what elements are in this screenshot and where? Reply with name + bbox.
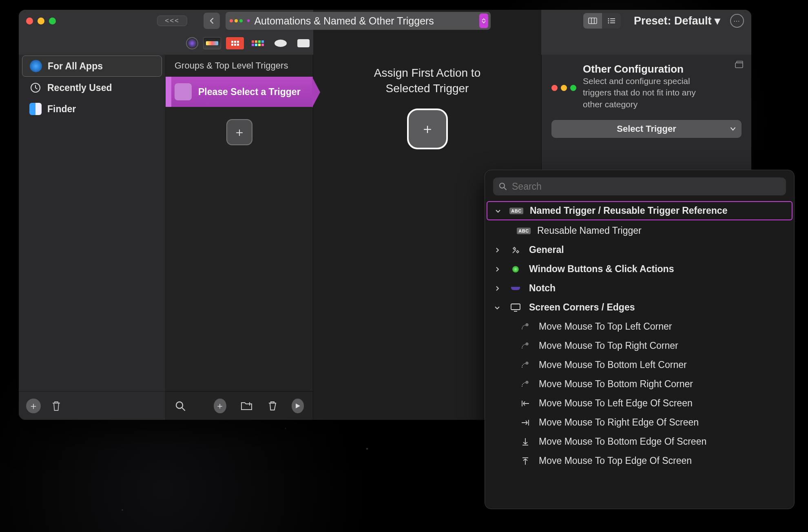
trigger-type-mouse-icon[interactable] [272,37,290,49]
arrow-left-bar-icon [521,400,530,407]
svg-point-3 [608,18,609,19]
trigger-thumb-icon [175,83,192,100]
trash-icon [51,400,62,412]
trigger-type-siri-icon[interactable] [186,37,198,49]
popover-group-label: Screen Corners / Edges [529,302,635,313]
back-button[interactable] [204,13,220,29]
svg-line-31 [504,188,506,190]
window-controls [26,18,56,24]
popover-group[interactable]: ABCNamed Trigger / Reusable Trigger Refe… [487,201,793,220]
popover-item-label: Move Mouse To Bottom Left Corner [539,359,687,370]
preset-selector[interactable]: Preset: Default ▾ [634,14,720,27]
triggers-column: Groups & Top Level Triggers Please Selec… [166,55,313,420]
arrow-up-bar-icon [522,457,529,466]
add-app-button[interactable]: ＋ [26,399,41,413]
sidebar-item-for-all-apps[interactable]: For All Apps [22,55,162,77]
svg-rect-28 [735,63,743,68]
inspector-stack-icon[interactable] [734,60,744,69]
popover-item-label: Move Mouse To Bottom Edge Of Screen [539,436,706,447]
search-icon [499,182,507,191]
popover-item[interactable]: Move Mouse To Top Edge Of Screen [485,451,794,470]
popover-group-label: Notch [529,283,556,294]
abc-badge-icon: ABC [517,228,530,234]
new-folder-button[interactable] [240,401,253,411]
sidebar-item-label: Finder [47,104,76,115]
add-trigger-footer-button[interactable]: ＋ [214,399,226,413]
popover-group-label: Named Trigger / Reusable Trigger Referen… [530,205,727,216]
trigger-type-grid-icon[interactable] [249,37,267,49]
popover-group[interactable]: Screen Corners / Edges [485,298,794,317]
view-columns-button[interactable] [583,13,602,29]
add-action-button[interactable]: ＋ [407,109,448,149]
add-trigger-button[interactable]: ＋ [226,119,252,145]
select-trigger-dropdown[interactable]: Select Trigger [551,120,742,138]
popover-search-input[interactable] [512,181,780,192]
popover-item[interactable]: ✕Move Mouse To Bottom Left Corner [485,355,794,375]
more-menu-button[interactable]: ⋯ [730,14,744,28]
sidebar-item-finder[interactable]: Finder [22,99,162,119]
svg-rect-32 [511,304,520,310]
corner-path-icon: ✕ [520,342,530,350]
finder-icon [29,103,42,115]
popover-item-label: Reusable Named Trigger [537,225,642,236]
popover-group[interactable]: Notch [485,279,794,298]
popover-item[interactable]: Move Mouse To Bottom Edge Of Screen [485,432,794,451]
titlebar: <<< • Automations & Named & Other Trigge… [19,10,751,32]
popover-item-label: Move Mouse To Right Edge Of Screen [539,417,699,428]
popover-item[interactable]: Move Mouse To Left Edge Of Screen [485,394,794,413]
disclosure-icon [492,306,502,310]
popover-item[interactable]: ✕Move Mouse To Bottom Right Corner [485,375,794,394]
trigger-type-streamdeck-icon[interactable] [226,37,244,49]
plus-icon: ＋ [29,399,38,412]
popover-group-label: General [529,244,564,255]
globe-icon [30,60,42,72]
trigger-placeholder-card[interactable]: Please Select a Trigger [166,77,313,107]
popover-item[interactable]: Move Mouse To Right Edge Of Screen [485,413,794,432]
popover-item-label: Move Mouse To Top Right Corner [539,340,678,351]
popover-search-field[interactable] [493,177,786,195]
popover-item[interactable]: ABCReusable Named Trigger [485,221,794,240]
popover-list[interactable]: ABCNamed Trigger / Reusable Trigger Refe… [485,200,794,509]
search-triggers-button[interactable] [175,400,186,412]
popover-item-label: Move Mouse To Top Edge Of Screen [539,455,692,466]
collapse-sidebar-button[interactable]: <<< [157,16,187,26]
minimize-window-button[interactable] [38,18,44,24]
close-window-button[interactable] [26,18,33,24]
popover-group[interactable]: General [485,240,794,259]
arrow-down-bar-icon [522,437,529,446]
view-list-button[interactable] [602,13,621,29]
green-dot-icon [512,266,519,273]
play-icon [294,403,301,409]
delete-trigger-button[interactable] [267,400,278,412]
trigger-type-trackpad-icon[interactable] [294,37,312,49]
run-trigger-button[interactable] [292,399,304,413]
trigger-card-label: Please Select a Trigger [198,86,301,98]
svg-text:✕: ✕ [526,381,528,383]
popover-item[interactable]: ✕Move Mouse To Top Right Corner [485,336,794,355]
plus-icon: ＋ [215,400,224,412]
section-updown-icon [479,13,488,28]
popover-group-label: Window Buttons & Click Actions [529,264,674,275]
svg-point-30 [500,183,505,188]
view-mode-segmented [583,13,621,29]
plus-icon: ＋ [233,124,246,141]
plus-icon: ＋ [421,120,434,138]
notch-icon [511,287,520,290]
popover-item-label: Move Mouse To Top Left Corner [539,321,672,332]
delete-app-button[interactable] [51,400,62,412]
sidebar-item-label: Recently Used [47,82,112,93]
clock-icon [29,82,42,94]
select-trigger-popover: ABCNamed Trigger / Reusable Trigger Refe… [485,170,795,509]
section-selector[interactable]: • Automations & Named & Other Triggers [226,12,491,30]
popover-item-label: Move Mouse To Left Edge Of Screen [539,398,693,409]
popover-group[interactable]: Window Buttons & Click Actions [485,259,794,279]
trash-icon [267,400,278,412]
trigger-type-touchbar-icon[interactable] [203,37,221,49]
sidebar-item-recently-used[interactable]: Recently Used [22,78,162,98]
svg-point-7 [608,22,609,23]
corner-path-icon: ✕ [520,380,530,388]
popover-item[interactable]: ✕Move Mouse To Top Left Corner [485,317,794,336]
config-title: Other Configuration [583,63,717,75]
zoom-window-button[interactable] [49,18,56,24]
svg-line-25 [182,408,185,410]
